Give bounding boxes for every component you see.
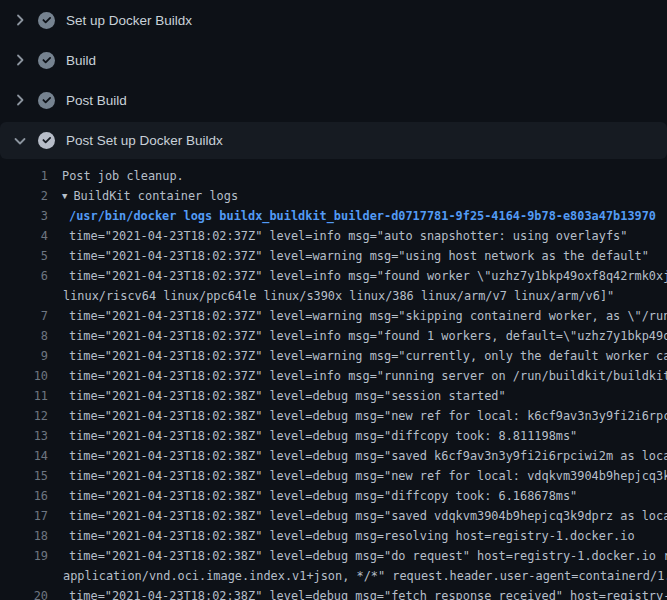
- step-title: Build: [66, 53, 96, 68]
- log-line: 8 time="2021-04-23T18:02:37Z" level=info…: [0, 326, 667, 346]
- chevron-down-icon: [12, 133, 28, 149]
- line-number[interactable]: 10: [0, 366, 48, 386]
- log-line: application/vnd.oci.image.index.v1+json,…: [0, 566, 667, 586]
- log-line: 10 time="2021-04-23T18:02:37Z" level=inf…: [0, 366, 667, 386]
- line-number[interactable]: 12: [0, 406, 48, 426]
- log-text: time="2021-04-23T18:02:38Z" level=debug …: [48, 446, 667, 466]
- group-collapse-icon[interactable]: ▼: [62, 191, 67, 201]
- line-number[interactable]: 1: [0, 166, 48, 186]
- log-line: 15 time="2021-04-23T18:02:38Z" level=deb…: [0, 466, 667, 486]
- log-line: 14 time="2021-04-23T18:02:38Z" level=deb…: [0, 446, 667, 466]
- line-number[interactable]: [0, 286, 48, 306]
- chevron-right-icon: [12, 92, 28, 108]
- check-circle-icon: [38, 92, 55, 109]
- log-text: time="2021-04-23T18:02:37Z" level=info m…: [48, 266, 667, 286]
- log-text: time="2021-04-23T18:02:38Z" level=debug …: [48, 486, 667, 506]
- log-output: 1 Post job cleanup. 2 ▼BuildKit containe…: [0, 159, 667, 600]
- log-text: time="2021-04-23T18:02:37Z" level=info m…: [48, 226, 667, 246]
- line-number[interactable]: 20: [0, 586, 48, 600]
- steps-list: Set up Docker Buildx Build Post Build: [0, 0, 667, 159]
- chevron-right-icon: [12, 52, 28, 68]
- workflow-log-viewer: Set up Docker Buildx Build Post Build: [0, 0, 667, 600]
- line-number[interactable]: 5: [0, 246, 48, 266]
- line-number[interactable]: 3: [0, 206, 48, 226]
- step-row-post-setup-docker-buildx[interactable]: Post Set up Docker Buildx: [0, 122, 667, 159]
- log-line: 16 time="2021-04-23T18:02:38Z" level=deb…: [0, 486, 667, 506]
- log-text: time="2021-04-23T18:02:38Z" level=debug …: [48, 426, 667, 446]
- log-text: /usr/bin/docker logs buildx_buildkit_bui…: [48, 206, 667, 226]
- log-line: 9 time="2021-04-23T18:02:37Z" level=warn…: [0, 346, 667, 366]
- line-number[interactable]: 11: [0, 386, 48, 406]
- step-row-build[interactable]: Build: [0, 40, 667, 80]
- log-text: time="2021-04-23T18:02:37Z" level=warnin…: [48, 306, 667, 326]
- line-number[interactable]: 9: [0, 346, 48, 366]
- log-line: 11 time="2021-04-23T18:02:38Z" level=deb…: [0, 386, 667, 406]
- line-number[interactable]: 14: [0, 446, 48, 466]
- log-line: 18 time="2021-04-23T18:02:38Z" level=deb…: [0, 526, 667, 546]
- log-line: 20 time="2021-04-23T18:02:38Z" level=deb…: [0, 586, 667, 600]
- line-number[interactable]: 8: [0, 326, 48, 346]
- step-row-post-build[interactable]: Post Build: [0, 80, 667, 120]
- log-text: time="2021-04-23T18:02:38Z" level=debug …: [48, 546, 667, 566]
- step-title: Set up Docker Buildx: [66, 13, 192, 28]
- line-number[interactable]: 13: [0, 426, 48, 446]
- log-line: 4 time="2021-04-23T18:02:37Z" level=info…: [0, 226, 667, 246]
- log-text: time="2021-04-23T18:02:38Z" level=debug …: [48, 386, 667, 406]
- log-line: 6 time="2021-04-23T18:02:37Z" level=info…: [0, 266, 667, 286]
- log-line: 7 time="2021-04-23T18:02:37Z" level=warn…: [0, 306, 667, 326]
- log-text: time="2021-04-23T18:02:38Z" level=debug …: [48, 526, 667, 546]
- log-text: time="2021-04-23T18:02:38Z" level=debug …: [48, 406, 667, 426]
- log-text: time="2021-04-23T18:02:38Z" level=debug …: [48, 466, 667, 486]
- line-number[interactable]: 15: [0, 466, 48, 486]
- check-circle-icon: [38, 52, 55, 69]
- log-line: 17 time="2021-04-23T18:02:38Z" level=deb…: [0, 506, 667, 526]
- line-number[interactable]: 4: [0, 226, 48, 246]
- log-line: 1 Post job cleanup.: [0, 166, 667, 186]
- log-text: time="2021-04-23T18:02:38Z" level=debug …: [48, 506, 667, 526]
- log-text: time="2021-04-23T18:02:38Z" level=debug …: [48, 586, 667, 600]
- log-text: Post job cleanup.: [48, 166, 667, 186]
- step-title: Post Set up Docker Buildx: [66, 133, 223, 148]
- log-text: time="2021-04-23T18:02:37Z" level=info m…: [48, 366, 667, 386]
- log-text: linux/riscv64 linux/ppc64le linux/s390x …: [48, 286, 667, 306]
- log-text: time="2021-04-23T18:02:37Z" level=warnin…: [48, 246, 667, 266]
- check-circle-icon: [38, 132, 55, 149]
- log-text: ▼BuildKit container logs: [48, 186, 667, 206]
- line-number[interactable]: [0, 566, 48, 586]
- line-number[interactable]: 17: [0, 506, 48, 526]
- chevron-right-icon: [12, 12, 28, 28]
- log-text: time="2021-04-23T18:02:37Z" level=warnin…: [48, 346, 667, 366]
- line-number[interactable]: 7: [0, 306, 48, 326]
- line-number[interactable]: 16: [0, 486, 48, 506]
- log-line: 2 ▼BuildKit container logs: [0, 186, 667, 206]
- check-circle-icon: [38, 12, 55, 29]
- step-title: Post Build: [66, 93, 127, 108]
- log-line: 12 time="2021-04-23T18:02:38Z" level=deb…: [0, 406, 667, 426]
- log-text: application/vnd.oci.image.index.v1+json,…: [48, 566, 667, 586]
- line-number[interactable]: 18: [0, 526, 48, 546]
- log-line: 3 /usr/bin/docker logs buildx_buildkit_b…: [0, 206, 667, 226]
- line-number[interactable]: 19: [0, 546, 48, 566]
- log-line: 13 time="2021-04-23T18:02:38Z" level=deb…: [0, 426, 667, 446]
- log-text: time="2021-04-23T18:02:37Z" level=info m…: [48, 326, 667, 346]
- log-line: 5 time="2021-04-23T18:02:37Z" level=warn…: [0, 246, 667, 266]
- log-line: 19 time="2021-04-23T18:02:38Z" level=deb…: [0, 546, 667, 566]
- line-number[interactable]: 2: [0, 186, 48, 206]
- step-row-setup-docker-buildx[interactable]: Set up Docker Buildx: [0, 0, 667, 40]
- log-line: linux/riscv64 linux/ppc64le linux/s390x …: [0, 286, 667, 306]
- line-number[interactable]: 6: [0, 266, 48, 286]
